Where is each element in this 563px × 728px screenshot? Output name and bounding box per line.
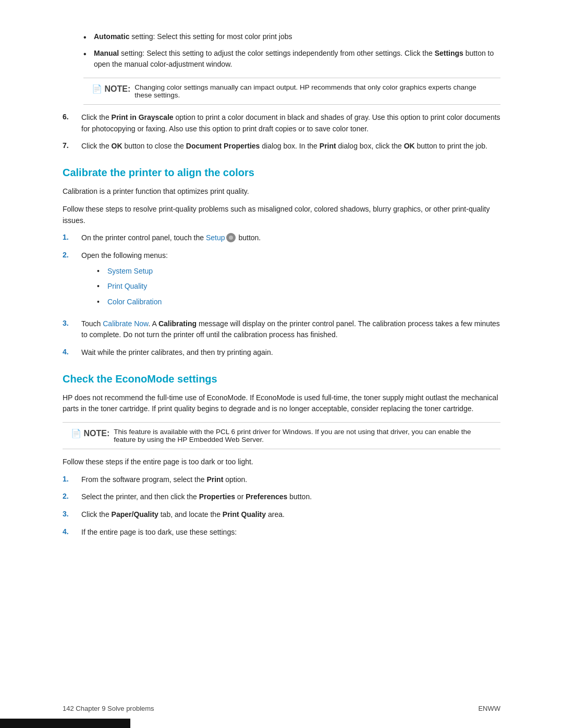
note-icon-1: 📄 NOTE: bbox=[92, 84, 130, 94]
cal-step-1: 1. On the printer control panel, touch t… bbox=[63, 232, 500, 244]
step6-bold1: Print in Grayscale bbox=[112, 113, 174, 121]
eco-step1-text1: From the software program, select the bbox=[81, 475, 206, 484]
intro-bullet-list: Automatic setting: Select this setting f… bbox=[83, 31, 500, 70]
cal-menu-colorcal: Color Calibration bbox=[97, 297, 168, 308]
cal-step-4: 4. Wait while the printer calibrates, an… bbox=[63, 347, 500, 359]
cal-menu-printquality: Print Quality bbox=[97, 281, 168, 292]
cal-step3-num: 3. bbox=[63, 318, 74, 341]
color-calibration-link[interactable]: Color Calibration bbox=[107, 298, 162, 306]
cal-menu-system: System Setup bbox=[97, 266, 168, 277]
steps-list-1: 6. Click the Print in Grayscale option t… bbox=[63, 112, 500, 152]
automatic-text: setting: Select this setting for most co… bbox=[129, 32, 292, 41]
eco-step3-text3: area. bbox=[266, 510, 285, 519]
step7-text1: Click the bbox=[81, 142, 112, 150]
page-footer: 142 Chapter 9 Solve problems ENWW bbox=[0, 705, 563, 712]
step7-bold3: Print bbox=[320, 142, 336, 150]
eco-step-1: 1. From the software program, select the… bbox=[63, 474, 500, 486]
note1-text: Changing color settings manually can imp… bbox=[134, 83, 492, 99]
cal-step1-num: 1. bbox=[63, 232, 74, 244]
cal-step3-content: Touch Calibrate Now. A Calibrating messa… bbox=[81, 318, 500, 341]
print-quality-link[interactable]: Print Quality bbox=[107, 282, 147, 290]
cal-step3-bold: Calibrating bbox=[158, 319, 197, 328]
step6-text1: Click the bbox=[81, 113, 112, 121]
note2-prefix: NOTE: bbox=[83, 429, 109, 438]
eco-step2-bold2: Preferences bbox=[246, 492, 287, 501]
note-box-1: 📄 NOTE: Changing color settings manually… bbox=[83, 78, 500, 105]
page-content: Automatic setting: Select this setting f… bbox=[0, 0, 563, 586]
eco-step2-content: Select the printer, and then click the P… bbox=[81, 491, 312, 503]
cal-menus-list: System Setup Print Quality Color Calibra… bbox=[97, 266, 168, 308]
section1-heading: Calibrate the printer to align the color… bbox=[63, 167, 500, 179]
section2-para2: Follow these steps if the entire page is… bbox=[63, 456, 500, 468]
section2-para1: HP does not recommend the full-time use … bbox=[63, 392, 500, 415]
footer-right: ENWW bbox=[478, 705, 500, 712]
step7-text4: dialog box, click the bbox=[336, 142, 404, 150]
eco-step-3: 3. Click the Paper/Quality tab, and loca… bbox=[63, 509, 500, 521]
step-6: 6. Click the Print in Grayscale option t… bbox=[63, 112, 500, 134]
bullet-manual: Manual setting: Select this setting to a… bbox=[83, 48, 500, 70]
setup-link[interactable]: Setup bbox=[206, 233, 225, 242]
step-7: 7. Click the OK button to close the Docu… bbox=[63, 141, 500, 152]
eco-step2-num: 2. bbox=[63, 491, 74, 503]
eco-step3-bold1: Paper/Quality bbox=[112, 510, 158, 519]
cal-step2-text: Open the following menus: bbox=[81, 251, 168, 260]
settings-bold: Settings bbox=[435, 49, 463, 57]
step7-num: 7. bbox=[63, 141, 74, 152]
eco-step1-text2: option. bbox=[223, 475, 247, 484]
eco-step3-text1: Click the bbox=[81, 510, 112, 519]
cal-step4-text: Wait while the printer calibrates, and t… bbox=[81, 347, 273, 359]
step7-bold1: OK bbox=[112, 142, 123, 150]
section1-para2: Follow these steps to resolve print-qual… bbox=[63, 204, 500, 226]
section1-para1: Calibration is a printer function that o… bbox=[63, 186, 500, 198]
cal-step3-text2: . A bbox=[148, 319, 158, 328]
step7-bold4: OK bbox=[404, 142, 415, 150]
eco-step2-text3: button. bbox=[287, 492, 312, 501]
step7-content: Click the OK button to close the Documen… bbox=[81, 141, 487, 152]
eco-step2-bold1: Properties bbox=[199, 492, 235, 501]
eco-step1-bold: Print bbox=[206, 475, 223, 484]
manual-text: setting: Select this setting to adjust t… bbox=[119, 49, 434, 57]
eco-step3-content: Click the Paper/Quality tab, and locate … bbox=[81, 509, 285, 521]
note2-text: This feature is available with the PCL 6… bbox=[114, 428, 492, 443]
manual-label: Manual bbox=[94, 49, 119, 57]
econoMode-steps: 1. From the software program, select the… bbox=[63, 474, 500, 538]
cal-step1-text1: On the printer control panel, touch the bbox=[81, 233, 206, 242]
note-box-2: 📄 NOTE: This feature is available with t… bbox=[63, 422, 500, 449]
calibrate-now-link[interactable]: Calibrate Now bbox=[103, 319, 148, 328]
cal-step-3: 3. Touch Calibrate Now. A Calibrating me… bbox=[63, 318, 500, 341]
system-setup-link[interactable]: System Setup bbox=[107, 267, 153, 275]
eco-step1-num: 1. bbox=[63, 474, 74, 486]
footer-left: 142 Chapter 9 Solve problems bbox=[63, 705, 154, 712]
step6-content: Click the Print in Grayscale option to p… bbox=[81, 112, 500, 134]
cal-step1-text2: button. bbox=[237, 233, 261, 242]
eco-step3-bold2: Print Quality bbox=[223, 510, 266, 519]
note-icon-2: 📄 NOTE: bbox=[71, 428, 109, 438]
cal-step2-content: Open the following menus: System Setup P… bbox=[81, 250, 168, 312]
step7-bold2: Document Properties bbox=[186, 142, 260, 150]
eco-step4-text: If the entire page is too dark, use thes… bbox=[81, 527, 237, 538]
eco-step2-text2: or bbox=[235, 492, 246, 501]
cal-step1-content: On the printer control panel, touch the … bbox=[81, 232, 261, 244]
cal-step3-text1: Touch bbox=[81, 319, 103, 328]
step7-text2: button to close the bbox=[123, 142, 186, 150]
eco-step4-num: 4. bbox=[63, 527, 74, 538]
eco-step-4: 4. If the entire page is too dark, use t… bbox=[63, 527, 500, 538]
calibration-steps: 1. On the printer control panel, touch t… bbox=[63, 232, 500, 359]
bullet-automatic: Automatic setting: Select this setting f… bbox=[83, 31, 500, 43]
footer-bar bbox=[0, 719, 130, 728]
automatic-label: Automatic bbox=[94, 32, 129, 41]
cal-step4-num: 4. bbox=[63, 347, 74, 359]
eco-step3-text2: tab, and locate the bbox=[158, 510, 223, 519]
eco-step-2: 2. Select the printer, and then click th… bbox=[63, 491, 500, 503]
eco-step3-num: 3. bbox=[63, 509, 74, 521]
cal-step-2: 2. Open the following menus: System Setu… bbox=[63, 250, 500, 312]
note1-prefix: NOTE: bbox=[104, 84, 130, 93]
setup-icon bbox=[226, 233, 236, 242]
section2-heading: Check the EconoMode settings bbox=[63, 373, 500, 385]
cal-step2-num: 2. bbox=[63, 250, 74, 312]
step7-text5: button to print the job. bbox=[415, 142, 487, 150]
step7-text3: dialog box. In the bbox=[260, 142, 319, 150]
step6-num: 6. bbox=[63, 112, 74, 134]
eco-step2-text1: Select the printer, and then click the bbox=[81, 492, 199, 501]
eco-step1-content: From the software program, select the Pr… bbox=[81, 474, 247, 486]
